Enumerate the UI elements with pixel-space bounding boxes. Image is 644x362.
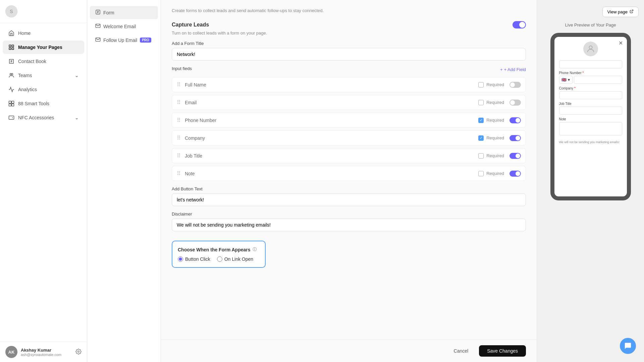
sidebar-item-analytics[interactable]: Analytics [3, 83, 84, 96]
preview-job-title-input [559, 107, 622, 115]
form-nav-item-welcome-email[interactable]: Welcome Email [90, 20, 158, 33]
user-email: ash@synxautomate.com [21, 353, 72, 357]
when-form-options: Button Click On Link Open [178, 256, 260, 262]
required-checkbox-job-title[interactable] [478, 153, 484, 159]
sidebar-item-teams-label: Teams [18, 73, 71, 78]
drag-handle-note[interactable]: ⠿ [177, 170, 181, 177]
form-nav-welcome-label: Welcome Email [103, 24, 136, 29]
toggle-phone[interactable] [509, 117, 521, 123]
main-content: Form Welcome Email Follow Up Email PRO C… [87, 0, 644, 362]
input-fields-header: Input fieds + + Add Field [172, 66, 526, 73]
required-checkbox-email[interactable] [478, 100, 484, 105]
drag-handle-job-title[interactable]: ⠿ [177, 153, 181, 159]
when-form-title: Choose When the Form Appears ⓘ [178, 247, 260, 252]
radio-on-link-open-input[interactable] [217, 256, 222, 262]
sidebar-item-home[interactable]: Home [3, 26, 84, 40]
required-area-note: Required [478, 171, 521, 177]
capture-leads-header: Capture Leads [172, 21, 526, 28]
capture-leads-desc: Turn on to collect leads with a form on … [172, 31, 526, 36]
form-title-label: Add a Form Title [172, 41, 526, 46]
phone-avatar [583, 42, 598, 56]
external-link-icon [630, 9, 634, 14]
required-label-full-name: Required [486, 82, 504, 87]
preview-note-textarea [559, 122, 622, 135]
input-fields-label: Input fieds [172, 66, 192, 71]
svg-rect-3 [12, 45, 14, 47]
required-label-company: Required [486, 135, 504, 140]
drag-handle-company[interactable]: ⠿ [177, 135, 181, 141]
preview-job-title-label: Job Title [559, 102, 622, 106]
button-text-input[interactable] [172, 193, 526, 206]
field-row-note: ⠿ Note Required [172, 166, 526, 181]
form-nav-form-icon [95, 9, 101, 16]
phone-close-icon[interactable]: ✕ [618, 40, 624, 46]
settings-icon[interactable] [75, 349, 82, 356]
form-title-input[interactable] [172, 48, 526, 61]
toggle-company[interactable] [509, 135, 521, 141]
form-nav-item-follow-up[interactable]: Follow Up Email PRO [90, 34, 158, 47]
svg-text:S: S [10, 9, 13, 14]
button-text-label: Add Button Text [172, 186, 526, 191]
pro-badge: PRO [140, 38, 151, 43]
drag-handle-full-name[interactable]: ⠿ [177, 81, 181, 88]
sidebar-item-contact-book[interactable]: Contact Book [3, 55, 84, 68]
nfc-icon [8, 114, 15, 121]
sidebar-item-manage-pages[interactable]: Manage Your Pages [3, 41, 84, 54]
form-nav-item-form[interactable]: Form [90, 6, 158, 19]
add-field-button[interactable]: + + Add Field [500, 67, 526, 72]
live-preview-label: Live Preview of Your Page [565, 22, 616, 27]
chat-button[interactable] [620, 338, 636, 354]
user-avatar: AK [5, 346, 17, 358]
toggle-job-title[interactable] [509, 153, 521, 159]
disclaimer-label: Disclaimer [172, 212, 526, 217]
save-changes-button[interactable]: Save Changes [479, 345, 526, 357]
drag-handle-email[interactable]: ⠿ [177, 99, 181, 106]
radio-button-click[interactable]: Button Click [178, 256, 210, 262]
required-area-full-name: Required [478, 82, 521, 88]
radio-on-link-open[interactable]: On Link Open [217, 256, 253, 262]
required-label-job-title: Required [486, 153, 504, 158]
disclaimer-input[interactable] [172, 219, 526, 231]
svg-rect-9 [12, 101, 14, 104]
preview-company-label: Company * [559, 86, 622, 90]
toggle-note[interactable] [509, 171, 521, 177]
svg-rect-12 [9, 116, 14, 120]
home-icon [8, 30, 15, 37]
required-checkbox-full-name[interactable] [478, 82, 484, 87]
sidebar-item-nfc-label: NFC Accessories [18, 115, 71, 120]
required-checkbox-company[interactable] [478, 135, 484, 141]
radio-button-click-input[interactable] [178, 256, 183, 262]
info-icon[interactable]: ⓘ [253, 247, 257, 252]
svg-line-15 [631, 10, 633, 12]
sidebar-item-smart-tools[interactable]: 88 Smart Tools [3, 97, 84, 110]
sidebar-item-nfc-accessories[interactable]: NFC Accessories ⌄ [3, 111, 84, 124]
field-row-company: ⠿ Company Required [172, 130, 526, 145]
capture-leads-toggle[interactable] [513, 21, 526, 28]
sidebar: S Home Manage Your Pages Contact Book [0, 0, 87, 362]
sidebar-header: S [0, 0, 87, 23]
svg-rect-11 [12, 104, 14, 106]
required-checkbox-note[interactable] [478, 171, 484, 176]
toggle-email[interactable] [509, 100, 521, 106]
drag-handle-phone[interactable]: ⠿ [177, 117, 181, 123]
view-page-button[interactable]: View page [602, 7, 639, 17]
svg-rect-2 [9, 45, 11, 47]
smart-tools-icon [8, 100, 15, 107]
teams-chevron-icon: ⌄ [75, 73, 79, 78]
field-row-phone: ⠿ Phone Number Required [172, 113, 526, 128]
svg-rect-10 [9, 104, 11, 106]
toggle-full-name[interactable] [509, 82, 521, 88]
cancel-button[interactable]: Cancel [447, 345, 475, 357]
app-logo: S [5, 5, 17, 17]
required-area-email: Required [478, 100, 521, 106]
preview-phone-flag: 🇬🇧 ▾ [559, 76, 573, 84]
field-name-job-title: Job Title [185, 153, 478, 159]
user-info: Akshay Kumar ash@synxautomate.com [21, 348, 72, 357]
pages-icon [8, 44, 15, 51]
required-area-phone: Required [478, 117, 521, 123]
sidebar-item-teams[interactable]: Teams ⌄ [3, 69, 84, 82]
required-checkbox-phone[interactable] [478, 118, 484, 123]
required-label-email: Required [486, 100, 504, 105]
phone-form-card: ✕ Phone Number * 🇬🇧 ▾ [554, 37, 627, 196]
capture-leads-title: Capture Leads [172, 22, 209, 28]
